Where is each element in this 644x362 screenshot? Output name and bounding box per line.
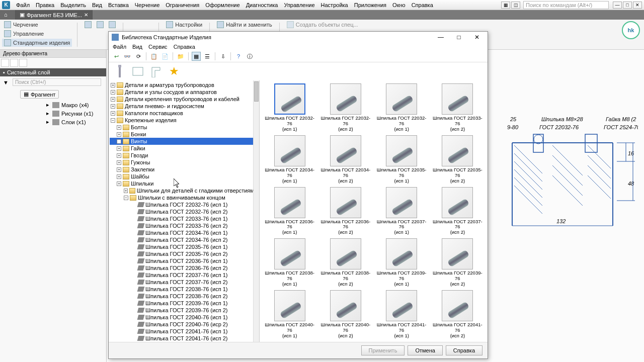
thumbnail[interactable]: Шпилька ГОСТ 22037-76(исп 1)	[375, 187, 429, 236]
tree-node[interactable]: Шпилька ГОСТ 22040-76 (исп 1)	[110, 314, 258, 321]
thumbnail[interactable]: Шпилька ГОСТ 22034-76(исп 1)	[263, 135, 316, 184]
home-tab[interactable]: ⌂	[0, 10, 16, 20]
find-replace-button[interactable]: Найти и заменить	[215, 21, 274, 29]
tree-node[interactable]: Шпилька ГОСТ 22036-76 (исп 2)	[110, 264, 258, 272]
tree-node[interactable]: Шпилька ГОСТ 22038-76 (исп 1)	[110, 286, 258, 293]
dmenu-item[interactable]: Файл	[113, 44, 126, 50]
dialog-minimize[interactable]: —	[433, 34, 448, 41]
thumbnail[interactable]: Шпилька ГОСТ 22033-76(исп 2)	[431, 83, 485, 132]
thumbnail[interactable]: Шпилька ГОСТ 22034-76(исп 2)	[318, 135, 372, 184]
tool-icon[interactable]	[107, 21, 118, 29]
thumbnail[interactable]: Шпилька ГОСТ 22038-76(исп 2)	[318, 238, 372, 287]
help-icon[interactable]: ?	[234, 52, 243, 61]
expand-icon[interactable]: +	[111, 104, 115, 109]
command-search[interactable]: Поиск по командам (Alt+/)	[523, 1, 609, 9]
dmenu-item[interactable]: Справка	[174, 44, 195, 50]
menu-Файл[interactable]: Файл	[13, 1, 33, 9]
tree-node[interactable]: +Шайбы	[110, 173, 258, 180]
tree-node[interactable]: −Шпильки с ввинчиваемым концом	[110, 194, 258, 201]
tree-node[interactable]: +Гайки	[110, 145, 258, 152]
thumbnail[interactable]: Шпилька ГОСТ 22032-76(исп 2)	[318, 83, 372, 132]
paste-icon[interactable]: 📄	[160, 52, 170, 61]
tree-node[interactable]: Шпилька ГОСТ 22034-76 (исп 1)	[110, 229, 258, 236]
thumbnail[interactable]: Шпилька ГОСТ 22040-76(исп 1)	[263, 290, 316, 339]
dialog-maximize[interactable]: □	[451, 34, 466, 41]
close-button[interactable]: ✕	[633, 2, 642, 9]
expand-icon[interactable]: +	[111, 83, 115, 87]
close-tab-icon[interactable]: ✕	[84, 12, 88, 18]
menu-Правка[interactable]: Правка	[33, 1, 57, 9]
thumbnail[interactable]: Шпилька ГОСТ 22035-76(исп 1)	[375, 135, 429, 184]
thumbnail[interactable]: Шпилька ГОСТ 22039-76(исп 1)	[375, 238, 429, 287]
menu-Управление[interactable]: Управление	[281, 1, 317, 9]
tree-node[interactable]: +Гужоны	[110, 159, 258, 166]
tree-node[interactable]: Шпилька ГОСТ 22033-76 (исп 2)	[110, 222, 258, 229]
tool-icon[interactable]	[95, 21, 106, 29]
thumbnail[interactable]: Шпилька ГОСТ 22041-76(исп 2)	[431, 290, 485, 339]
tree-node[interactable]: +Гвозди	[110, 152, 258, 159]
menu-Окно[interactable]: Окно	[389, 1, 409, 9]
menu-Черчение[interactable]: Черчение	[132, 1, 163, 9]
fragment-pill[interactable]: ▦ Фрагмент	[20, 90, 59, 99]
tree-node[interactable]: Шпилька ГОСТ 22040-76 (исp 2)	[110, 321, 258, 328]
tree-item[interactable]: ▸Слои (х1)	[0, 118, 106, 126]
expand-icon[interactable]: +	[117, 167, 121, 172]
layout-icon[interactable]: ▦	[501, 2, 510, 9]
expand-icon[interactable]: +	[117, 132, 121, 137]
tool-icon[interactable]	[83, 21, 94, 29]
cancel-button[interactable]: Отмена	[408, 345, 442, 355]
expand-icon[interactable]: +	[124, 189, 128, 193]
ribbon-standard[interactable]: Стандартные изделия	[2, 39, 72, 47]
menu-Оформление[interactable]: Оформление	[202, 1, 243, 9]
expand-icon[interactable]: +	[111, 111, 115, 116]
view-large-icon[interactable]: ▦	[192, 52, 201, 61]
back-icon[interactable]: ↩	[112, 52, 121, 61]
thumbnail[interactable]: Шпилька ГОСТ 22036-76(исп 1)	[263, 187, 316, 236]
tree-node[interactable]: Шпилька ГОСТ 22033-76 (исп 1)	[110, 215, 258, 222]
thumbnail[interactable]: Шпилька ГОСТ 22041-76(исп 1)	[375, 290, 429, 339]
thumbnail[interactable]: Шпилька ГОСТ 22038-76(исп 1)	[263, 238, 316, 287]
copy-icon[interactable]: 📋	[149, 52, 158, 61]
expand-icon[interactable]: +	[117, 139, 121, 144]
tree-node[interactable]: +Детали пневмо- и гидросистем	[110, 103, 258, 110]
expand-icon[interactable]: +	[111, 90, 115, 95]
tab-bolt-icon[interactable]	[113, 64, 127, 78]
menu-Диагностика[interactable]: Диагностика	[243, 1, 281, 9]
tree-node[interactable]: Шпилька ГОСТ 22041-76 (исп 1)	[110, 328, 258, 335]
menu-Выделить[interactable]: Выделить	[57, 1, 89, 9]
tree-node[interactable]: Шпилька ГОСТ 22037-76 (исп 2)	[110, 279, 258, 286]
menu-Вставка[interactable]: Вставка	[105, 1, 132, 9]
thumbnail[interactable]: Шпилька ГОСТ 22039-76(исп 2)	[431, 238, 485, 287]
thumbnail[interactable]: Шпилька ГОСТ 22035-76(исп 2)	[431, 135, 485, 184]
tree-node[interactable]: +Болты	[110, 124, 258, 131]
menu-Справка[interactable]: Справка	[409, 1, 436, 9]
view-list-icon[interactable]: ☰	[203, 52, 212, 61]
expand-icon[interactable]: +	[117, 146, 121, 151]
tree-node[interactable]: +Бонки	[110, 131, 258, 138]
expand-icon[interactable]: ▸	[45, 110, 50, 117]
ribbon-manage[interactable]: Управление	[2, 30, 72, 38]
tree-node[interactable]: Шпилька ГОСТ 22032-76 (исп 1)	[110, 201, 258, 208]
thumbnail[interactable]: Шпилька ГОСТ 22040-76(исп 2)	[318, 290, 372, 339]
expand-icon[interactable]: ▸	[45, 119, 50, 125]
tree-node[interactable]: Шпилька ГОСТ 22032-76 (исп 2)	[110, 208, 258, 215]
info-icon[interactable]: ⓘ	[245, 52, 254, 61]
tree-node[interactable]: Шпилька ГОСТ 22035-76 (исп 2)	[110, 250, 258, 257]
menu-Вид[interactable]: Вид	[89, 1, 105, 9]
tree-node[interactable]: +Каталоги поставщиков	[110, 110, 258, 117]
folder-icon[interactable]: 📁	[176, 52, 185, 61]
tree-node[interactable]: Шпилька ГОСТ 22038-76 (исп 2)	[110, 293, 258, 300]
layer-row[interactable]: ▪ Системный слой	[0, 68, 106, 76]
tree-node[interactable]: Шпилька ГОСТ 22036-76 (исп 1)	[110, 257, 258, 264]
tree-node[interactable]: Шпилька ГОСТ 22035-76 (исп 1)	[110, 243, 258, 250]
expand-icon[interactable]: −	[111, 118, 115, 123]
tree-node[interactable]: +Детали и арматура трубопроводов	[110, 81, 258, 88]
tree-search[interactable]: Поиск (Ctrl+/)	[13, 78, 101, 86]
tab-profile-icon[interactable]	[149, 64, 163, 78]
minimize-button[interactable]: —	[613, 2, 622, 9]
tree-node[interactable]: +Детали крепления трубопроводов и кабеле…	[110, 96, 258, 103]
expand-icon[interactable]: +	[117, 160, 121, 165]
tree-node[interactable]: +Шпильки	[110, 180, 258, 187]
tree-node[interactable]: Шпилька ГОСТ 22034-76 (исп 2)	[110, 236, 258, 243]
tree-node[interactable]: +Детали и узлы сосудов и аппаратов	[110, 88, 258, 96]
